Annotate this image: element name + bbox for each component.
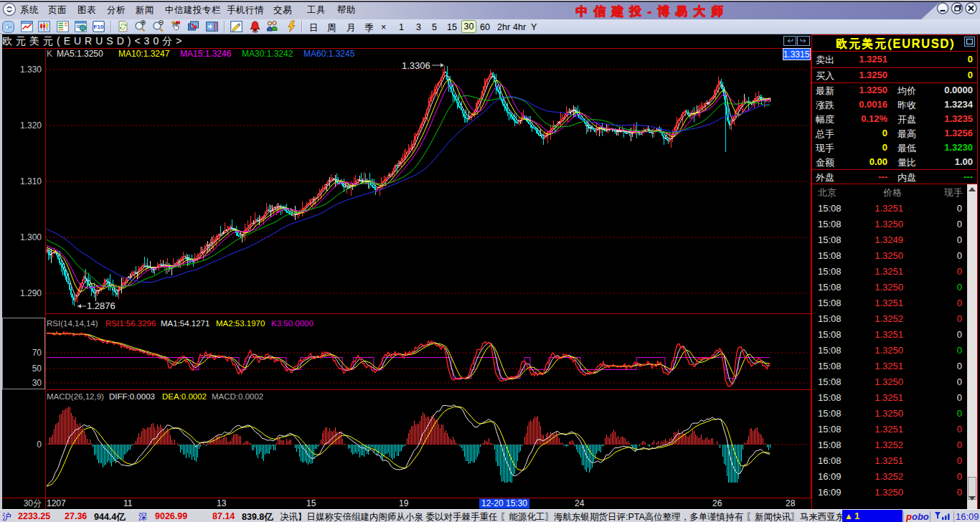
svg-text:1.300: 1.300 [20,232,42,242]
svg-text:MA5:1.3250: MA5:1.3250 [57,49,103,59]
svg-text:MA1:54.1271: MA1:54.1271 [161,319,209,328]
svg-text:K3:50.0000: K3:50.0000 [271,319,314,328]
svg-text:RSI1:56.3296: RSI1:56.3296 [105,319,156,328]
svg-text:MA15:1.3246: MA15:1.3246 [180,49,232,59]
svg-text:50: 50 [32,364,42,374]
svg-text:26: 26 [712,498,722,508]
svg-text:DEA:0.0002: DEA:0.0002 [162,392,207,401]
svg-text:1.330: 1.330 [20,65,42,75]
svg-text:DIFF:0.0003: DIFF:0.0003 [109,392,155,401]
svg-text:MACD:0.0002: MACD:0.0002 [212,392,263,401]
svg-text:0: 0 [37,440,42,450]
svg-text:28: 28 [786,498,796,508]
svg-text:11: 11 [123,498,133,508]
svg-text:MA60:1.3245: MA60:1.3245 [303,49,355,59]
svg-text:15: 15 [306,498,316,508]
svg-text:12-20 15:30: 12-20 15:30 [481,498,527,508]
svg-text:30: 30 [32,378,42,388]
svg-text:MACD(26,12,9): MACD(26,12,9) [47,392,104,401]
svg-text:MA10:1.3247: MA10:1.3247 [118,49,170,59]
svg-text:30分: 30分 [24,498,42,508]
svg-text:F10: F10 [94,24,104,30]
svg-text:1.3306: 1.3306 [402,60,430,71]
svg-text:24: 24 [575,498,585,508]
svg-text:13: 13 [217,498,227,508]
svg-text:K: K [47,49,52,59]
svg-text:70: 70 [32,348,42,358]
svg-text:1207: 1207 [47,498,66,508]
svg-text:1.3315: 1.3315 [783,49,810,60]
svg-text:1.290: 1.290 [20,288,42,298]
svg-text:19: 19 [399,498,409,508]
svg-text:1.320: 1.320 [20,120,42,130]
svg-text:1.2876: 1.2876 [87,300,116,311]
svg-text:RSI(14,14,14): RSI(14,14,14) [47,319,98,328]
svg-text:MA2:53.1970: MA2:53.1970 [216,319,265,328]
svg-text:1.310: 1.310 [20,176,42,186]
svg-text:MA30:1.3242: MA30:1.3242 [242,49,293,59]
